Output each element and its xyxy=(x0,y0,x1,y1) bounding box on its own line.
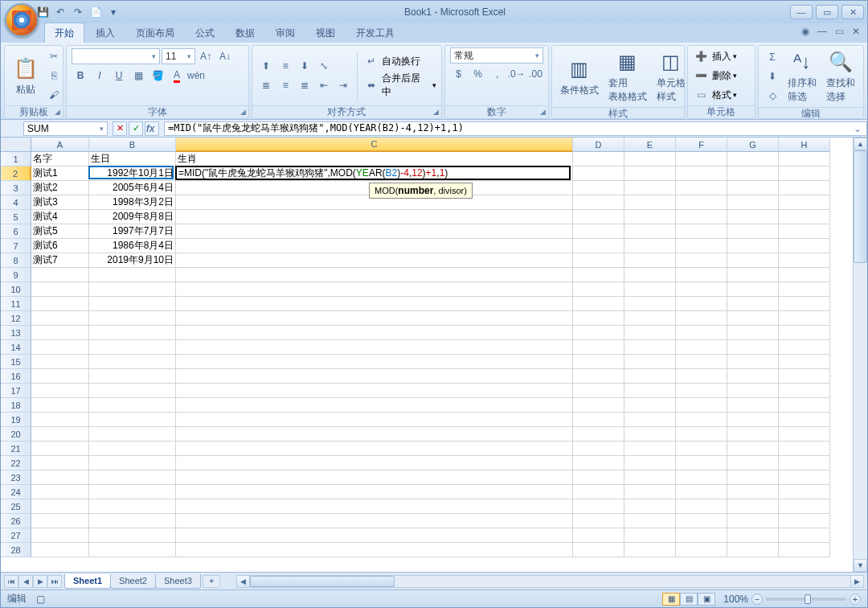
cell[interactable] xyxy=(676,499,727,514)
column-header[interactable]: F xyxy=(676,138,727,152)
cell[interactable] xyxy=(779,369,830,384)
cell[interactable] xyxy=(31,442,89,456)
cell[interactable] xyxy=(727,297,779,311)
cell[interactable] xyxy=(727,181,779,195)
cell[interactable] xyxy=(176,297,573,311)
cell[interactable] xyxy=(89,528,176,543)
cell[interactable] xyxy=(573,413,624,427)
cell[interactable] xyxy=(89,413,176,427)
format-as-table-button[interactable]: ▦套用 表格格式 xyxy=(605,47,650,105)
clear-icon[interactable]: ◇ xyxy=(764,87,781,105)
row-header[interactable]: 7 xyxy=(1,239,31,253)
increase-decimal-icon[interactable]: .0→ xyxy=(508,65,526,83)
help-icon[interactable]: ◉ xyxy=(801,26,809,37)
cell[interactable] xyxy=(676,311,727,326)
percent-icon[interactable]: % xyxy=(469,65,487,83)
cell[interactable] xyxy=(573,326,624,340)
prev-sheet-button[interactable]: ◀ xyxy=(18,575,33,588)
cell[interactable] xyxy=(624,268,676,282)
cell[interactable] xyxy=(727,499,779,514)
scroll-up-icon[interactable]: ▲ xyxy=(854,138,867,150)
cell[interactable] xyxy=(31,470,89,485)
row-header[interactable]: 16 xyxy=(1,369,31,384)
scroll-thumb[interactable] xyxy=(250,576,395,587)
row-header[interactable]: 18 xyxy=(1,398,31,413)
cell[interactable]: 2019年9月10日 xyxy=(89,253,176,268)
cell[interactable] xyxy=(573,456,624,470)
cell[interactable] xyxy=(727,282,779,297)
scroll-thumb[interactable] xyxy=(854,150,867,263)
cell[interactable] xyxy=(727,413,779,427)
cell[interactable] xyxy=(89,470,176,485)
copy-icon[interactable]: ⎘ xyxy=(45,67,63,84)
workbook-close-button[interactable]: ✕ xyxy=(852,26,860,37)
merge-center-button[interactable]: ⬌合并后居中▾ xyxy=(362,72,436,99)
cell[interactable]: 名字 xyxy=(31,152,89,166)
cell[interactable] xyxy=(676,224,727,239)
cell[interactable] xyxy=(573,528,624,543)
format-painter-icon[interactable]: 🖌 xyxy=(45,86,63,104)
scroll-left-icon[interactable]: ◀ xyxy=(237,576,250,587)
minimize-button[interactable]: — xyxy=(790,5,813,19)
sort-filter-button[interactable]: ᴬ↓排序和 筛选 xyxy=(784,47,820,105)
cell[interactable] xyxy=(89,340,176,355)
cell[interactable] xyxy=(779,485,830,499)
cell[interactable] xyxy=(573,398,624,413)
ribbon-tab-插入[interactable]: 插入 xyxy=(86,23,125,43)
cell[interactable] xyxy=(727,166,779,181)
cell[interactable] xyxy=(176,398,573,413)
row-header[interactable]: 12 xyxy=(1,311,31,326)
cell[interactable]: 测试7 xyxy=(31,253,89,268)
cell[interactable] xyxy=(624,239,676,253)
row-header[interactable]: 20 xyxy=(1,427,31,442)
cell[interactable] xyxy=(573,282,624,297)
cell[interactable] xyxy=(31,268,89,282)
cell[interactable] xyxy=(676,268,727,282)
cell[interactable] xyxy=(176,311,573,326)
zoom-slider[interactable] xyxy=(766,598,846,601)
close-button[interactable]: ✕ xyxy=(841,5,864,19)
cell[interactable] xyxy=(624,442,676,456)
cell[interactable] xyxy=(89,369,176,384)
name-box[interactable]: SUM▾ xyxy=(23,121,108,136)
cell[interactable] xyxy=(176,514,573,528)
increase-indent-icon[interactable]: ⇥ xyxy=(334,76,352,94)
column-header[interactable]: A xyxy=(31,138,89,152)
cancel-formula-button[interactable]: ✕ xyxy=(113,121,127,136)
cell[interactable] xyxy=(89,427,176,442)
cell[interactable] xyxy=(779,456,830,470)
cell[interactable] xyxy=(779,311,830,326)
cell[interactable] xyxy=(89,282,176,297)
cell[interactable] xyxy=(176,326,573,340)
cell[interactable] xyxy=(31,413,89,427)
cell[interactable] xyxy=(779,427,830,442)
insert-cells-button[interactable]: ➕插入▾ xyxy=(693,47,737,65)
scroll-right-icon[interactable]: ▶ xyxy=(850,576,863,587)
cell[interactable] xyxy=(31,543,89,557)
ribbon-tab-公式[interactable]: 公式 xyxy=(186,23,224,43)
cell[interactable] xyxy=(779,514,830,528)
align-bottom-icon[interactable]: ⬇ xyxy=(296,57,313,75)
cell[interactable]: 2005年6月4日 xyxy=(89,181,176,195)
cell[interactable] xyxy=(727,210,779,224)
cell[interactable] xyxy=(176,224,573,239)
insert-function-button[interactable]: fx xyxy=(145,121,159,136)
cell[interactable] xyxy=(624,355,676,369)
cell[interactable] xyxy=(573,181,624,195)
dialog-launcher-icon[interactable]: ◢ xyxy=(240,108,246,116)
cell[interactable] xyxy=(176,239,573,253)
last-sheet-button[interactable]: ⏭ xyxy=(47,575,62,588)
cell[interactable] xyxy=(573,485,624,499)
cell[interactable] xyxy=(779,340,830,355)
undo-icon[interactable]: ↶ xyxy=(54,6,67,18)
cell[interactable] xyxy=(176,340,573,355)
cell[interactable] xyxy=(624,528,676,543)
cell[interactable] xyxy=(624,384,676,398)
row-header[interactable]: 10 xyxy=(1,282,31,297)
cell[interactable] xyxy=(31,485,89,499)
cell[interactable] xyxy=(89,384,176,398)
cell[interactable] xyxy=(573,543,624,557)
comma-icon[interactable]: , xyxy=(489,65,506,83)
qat-dropdown-icon[interactable]: ▾ xyxy=(107,6,120,18)
cell[interactable] xyxy=(727,355,779,369)
